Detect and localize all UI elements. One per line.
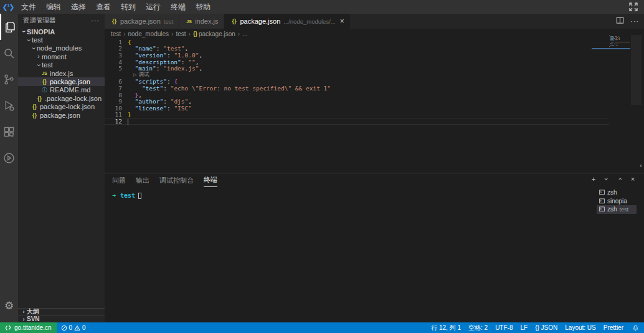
terminal-instance-sinopia[interactable]: sinopia xyxy=(597,197,637,206)
tree-item-package.json[interactable]: {}package.json xyxy=(18,111,105,119)
menu-帮助[interactable]: 帮助 xyxy=(191,0,215,14)
terminal-instance-zsh[interactable]: zsh xyxy=(597,188,637,197)
menu-转到[interactable]: 转到 xyxy=(116,0,141,14)
tree-item-label: index.js xyxy=(50,70,73,77)
tree-item-package-lock.json[interactable]: {}package-lock.json xyxy=(18,103,105,111)
js-file-icon: JS xyxy=(185,19,193,24)
terminal-output[interactable]: ➜test xyxy=(112,192,141,199)
code-line-6[interactable]: 6 "scripts": { xyxy=(105,79,609,85)
explorer-icon[interactable] xyxy=(0,14,18,40)
section-SVN[interactable]: ›SVN xyxy=(18,316,105,323)
live-server-icon[interactable] xyxy=(0,145,18,171)
code-line-2[interactable]: 2 "name": "test", xyxy=(105,46,609,52)
line-number: 11 xyxy=(105,111,122,118)
split-editor-icon[interactable] xyxy=(616,16,624,27)
tree-item-test[interactable]: ›test xyxy=(18,36,105,44)
line-content: "name": "test", xyxy=(128,45,188,52)
code-line-4[interactable]: 4 "description": "", xyxy=(105,59,609,65)
panel-tab-终端[interactable]: 终端 xyxy=(204,173,217,187)
tab-package.json[interactable]: {}package.json.../node_modules/...× xyxy=(224,14,350,29)
status-item--2[interactable]: 空格: 2 xyxy=(465,324,491,332)
terminal-instance-zsh-test[interactable]: zshtest xyxy=(597,205,637,214)
minimap[interactable] xyxy=(609,35,630,49)
fullscreen-icon[interactable] xyxy=(629,2,638,11)
code-line-12[interactable]: 12 xyxy=(105,118,609,125)
run-debug-icon[interactable] xyxy=(0,92,18,118)
status-item--JSON[interactable]: {} JSON xyxy=(531,324,561,331)
new-terminal-icon[interactable]: + xyxy=(590,175,597,183)
source-control-icon[interactable] xyxy=(0,66,18,92)
breadcrumb-item-...[interactable]: ›... xyxy=(235,31,248,37)
line-number: 3 xyxy=(105,52,122,59)
tree-item-index.js[interactable]: JSindex.js xyxy=(18,69,105,77)
vscode-window: ❮¹❯ 文件编辑选择查看转到运行终端帮助 xyxy=(0,0,644,333)
status-item--12-1[interactable]: 行 12, 列 1 xyxy=(427,324,465,332)
status-item-Layout-US[interactable]: Layout: US xyxy=(561,324,599,331)
breadcrumb-item-node_modules[interactable]: ›node_modules xyxy=(121,31,169,37)
json-file-icon: {} xyxy=(40,79,49,85)
menu-查看[interactable]: 查看 xyxy=(91,0,116,14)
tree-item-moment[interactable]: ›moment xyxy=(18,52,105,60)
extensions-icon[interactable] xyxy=(0,118,18,145)
remote-indicator[interactable]: go.titanide.cn xyxy=(0,322,57,333)
close-panel-icon[interactable]: × xyxy=(629,175,637,183)
section-大纲[interactable]: ›大纲 xyxy=(18,308,105,316)
breadcrumb-item-test[interactable]: ›test xyxy=(169,31,186,37)
status-item-LF[interactable]: LF xyxy=(516,324,531,331)
explorer-header: 资源管理器 ··· xyxy=(18,14,105,27)
tab-index.js[interactable]: JSindex.js xyxy=(179,14,224,29)
status-item-UTF-8[interactable]: UTF-8 xyxy=(491,324,516,331)
tree-item-node_modules[interactable]: ›node_modules xyxy=(18,44,105,52)
code-line-9[interactable]: 9 "author": "djs", xyxy=(105,98,609,105)
editor-more-actions-icon[interactable]: ··· xyxy=(630,17,639,25)
tree-item-label: SINOPIA xyxy=(27,28,55,36)
tree-item-SINOPIA[interactable]: ›SINOPIA xyxy=(18,27,105,36)
problems-status[interactable]: 0 0 xyxy=(57,324,90,331)
tab-package.json[interactable]: {}package.jsontest xyxy=(105,14,179,29)
terminal-icon xyxy=(599,206,605,212)
collapse-right-chevron-icon[interactable]: ‹ xyxy=(640,162,642,169)
code-editor[interactable]: 1{2 "name": "test",3 "version": "1.0.0",… xyxy=(105,39,609,173)
status-item-Prettier[interactable]: Prettier xyxy=(600,324,627,331)
remote-host-label: go.titanide.cn xyxy=(14,324,52,331)
line-content: { xyxy=(128,39,131,46)
terminal-icon xyxy=(599,190,605,195)
tree-item-package.json[interactable]: {}package.json xyxy=(18,77,105,85)
panel-tab-输出[interactable]: 输出 xyxy=(136,173,149,187)
code-line-11[interactable]: 11} xyxy=(105,112,609,118)
terminal-label: zsh xyxy=(607,189,617,196)
search-icon[interactable] xyxy=(0,40,18,66)
maximize-panel-icon[interactable]: › xyxy=(616,175,623,183)
code-line-7[interactable]: 7 "test": "echo \"Error: no test specifi… xyxy=(105,85,609,92)
notifications-bell-icon[interactable] xyxy=(627,324,644,331)
breadcrumb-label: test xyxy=(111,31,121,37)
terminal-profile-dropdown-icon[interactable]: › xyxy=(603,175,610,183)
menu-运行[interactable]: 运行 xyxy=(141,0,166,14)
bottom-panel: 问题输出调试控制台终端 + › › × ➜test zshsinopiazsht… xyxy=(105,173,644,322)
code-line-8[interactable]: 8 }, xyxy=(105,92,609,99)
breadcrumb-separator-icon: › xyxy=(189,31,191,37)
tree-item-.package-lock.json[interactable]: {}.package-lock.json xyxy=(18,94,105,102)
codelens-debug[interactable]: ▷调试 xyxy=(105,72,609,79)
code-line-5[interactable]: 5 "main": "index.js", xyxy=(105,65,609,72)
panel-tab-问题[interactable]: 问题 xyxy=(112,173,126,187)
editor-scrollbar[interactable] xyxy=(631,35,642,105)
close-tab-icon[interactable]: × xyxy=(340,17,344,26)
code-line-10[interactable]: 10 "license": "ISC" xyxy=(105,105,609,112)
menu-文件[interactable]: 文件 xyxy=(16,0,41,14)
code-line-1[interactable]: 1{ xyxy=(105,39,609,46)
line-content xyxy=(128,118,128,125)
chevron-collapsed-icon: › xyxy=(36,53,42,60)
menu-终端[interactable]: 终端 xyxy=(166,0,191,14)
breadcrumb-item-package.json[interactable]: ›{}package.json xyxy=(186,31,235,37)
line-number: 10 xyxy=(105,105,122,112)
breadcrumb-item-test[interactable]: test xyxy=(111,31,121,37)
panel-tab-调试控制台[interactable]: 调试控制台 xyxy=(159,173,194,187)
tree-item-README.md[interactable]: ⓘREADME.md xyxy=(18,86,105,94)
code-line-3[interactable]: 3 "version": "1.0.0", xyxy=(105,52,609,59)
settings-gear-icon[interactable]: ⚙ xyxy=(0,292,18,319)
explorer-more-actions-icon[interactable]: ··· xyxy=(91,17,100,24)
menu-选择[interactable]: 选择 xyxy=(66,0,91,14)
menu-编辑[interactable]: 编辑 xyxy=(41,0,66,14)
tree-item-test[interactable]: ›test xyxy=(18,61,105,69)
